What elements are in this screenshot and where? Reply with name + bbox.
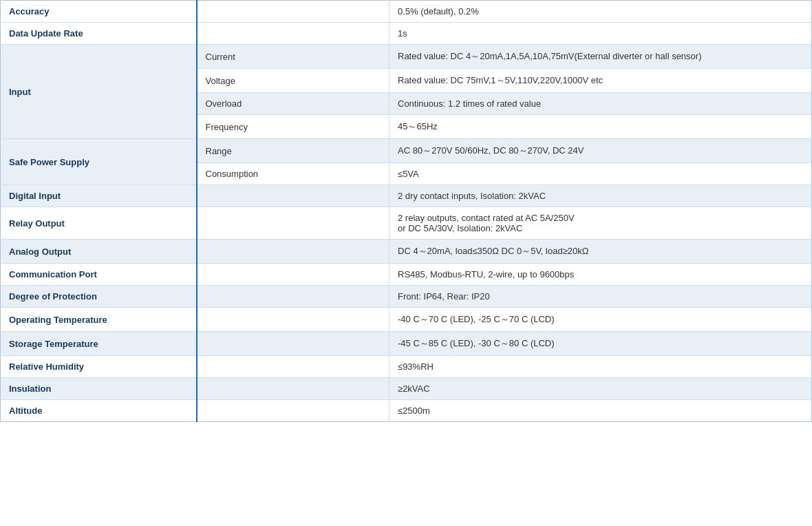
row-value: AC 80～270V 50/60Hz, DC 80～270V, DC 24V <box>389 139 812 163</box>
spec-table: Accuracy0.5% (default), 0.2%Data Update … <box>0 0 812 422</box>
row-sub-label <box>197 264 389 286</box>
row-label: Relay Output <box>1 207 197 240</box>
row-value: 2 dry contact inputs, Isolation: 2kVAC <box>389 185 812 207</box>
row-sub-label: Voltage <box>197 69 389 93</box>
row-sub-label <box>197 23 389 45</box>
row-value: -40 C～70 C (LED), -25 C～70 C (LCD) <box>389 308 812 332</box>
row-sub-label: Range <box>197 139 389 163</box>
table-row: Data Update Rate1s <box>1 23 812 45</box>
table-row: Digital Input2 dry contact inputs, Isola… <box>1 185 812 207</box>
row-value: ≤5VA <box>389 163 812 185</box>
table-row: InputCurrentRated value: DC 4～20mA,1A,5A… <box>1 45 812 69</box>
row-label: Digital Input <box>1 185 197 207</box>
row-sub-label <box>197 240 389 264</box>
row-label: Safe Power Supply <box>1 139 197 185</box>
row-value: ≤93%RH <box>389 356 812 378</box>
row-sub-label <box>197 185 389 207</box>
table-row: Relative Humidity≤93%RH <box>1 356 812 378</box>
table-row: Communication PortRS485, Modbus-RTU, 2-w… <box>1 264 812 286</box>
table-row: Storage Temperature-45 C～85 C (LED), -30… <box>1 332 812 356</box>
table-row: Safe Power SupplyRangeAC 80～270V 50/60Hz… <box>1 139 812 163</box>
row-sub-label: Frequency <box>197 115 389 139</box>
row-sub-label: Consumption <box>197 163 389 185</box>
row-sub-label: Overload <box>197 93 389 115</box>
table-row: Insulation≥2kVAC <box>1 378 812 400</box>
row-label: Input <box>1 45 197 139</box>
row-value: 45～65Hz <box>389 115 812 139</box>
table-row: Relay Output2 relay outputs, contact rat… <box>1 207 812 240</box>
row-value: ≥2kVAC <box>389 378 812 400</box>
row-value: 1s <box>389 23 812 45</box>
row-sub-label <box>197 308 389 332</box>
row-value: Rated value: DC 75mV,1～5V,110V,220V,1000… <box>389 69 812 93</box>
row-sub-label <box>197 1 389 23</box>
row-sub-label <box>197 207 389 240</box>
table-row: Operating Temperature-40 C～70 C (LED), -… <box>1 308 812 332</box>
row-value: 0.5% (default), 0.2% <box>389 1 812 23</box>
table-row: Altitude≤2500m <box>1 400 812 422</box>
row-label: Altitude <box>1 400 197 422</box>
row-value: RS485, Modbus-RTU, 2-wire, up to 9600bps <box>389 264 812 286</box>
row-value: Continuous: 1.2 times of rated value <box>389 93 812 115</box>
row-value: 2 relay outputs, contact rated at AC 5A/… <box>389 207 812 240</box>
row-sub-label <box>197 356 389 378</box>
row-sub-label <box>197 400 389 422</box>
row-sub-label <box>197 286 389 308</box>
row-value: Rated value: DC 4～20mA,1A,5A,10A,75mV(Ex… <box>389 45 812 69</box>
row-value: ≤2500m <box>389 400 812 422</box>
row-value: Front: IP64, Rear: IP20 <box>389 286 812 308</box>
row-label: Relative Humidity <box>1 356 197 378</box>
row-value: DC 4～20mA, load≤350Ω DC 0～5V, load≥20kΩ <box>389 240 812 264</box>
row-label: Analog Output <box>1 240 197 264</box>
row-label: Operating Temperature <box>1 308 197 332</box>
table-row: Accuracy0.5% (default), 0.2% <box>1 1 812 23</box>
table-row: Analog OutputDC 4～20mA, load≤350Ω DC 0～5… <box>1 240 812 264</box>
row-value: -45 C～85 C (LED), -30 C～80 C (LCD) <box>389 332 812 356</box>
row-sub-label <box>197 378 389 400</box>
row-label: Degree of Protection <box>1 286 197 308</box>
row-label: Insulation <box>1 378 197 400</box>
table-row: Degree of ProtectionFront: IP64, Rear: I… <box>1 286 812 308</box>
row-label: Accuracy <box>1 1 197 23</box>
row-label: Storage Temperature <box>1 332 197 356</box>
row-sub-label <box>197 332 389 356</box>
row-sub-label: Current <box>197 45 389 69</box>
row-label: Data Update Rate <box>1 23 197 45</box>
row-label: Communication Port <box>1 264 197 286</box>
